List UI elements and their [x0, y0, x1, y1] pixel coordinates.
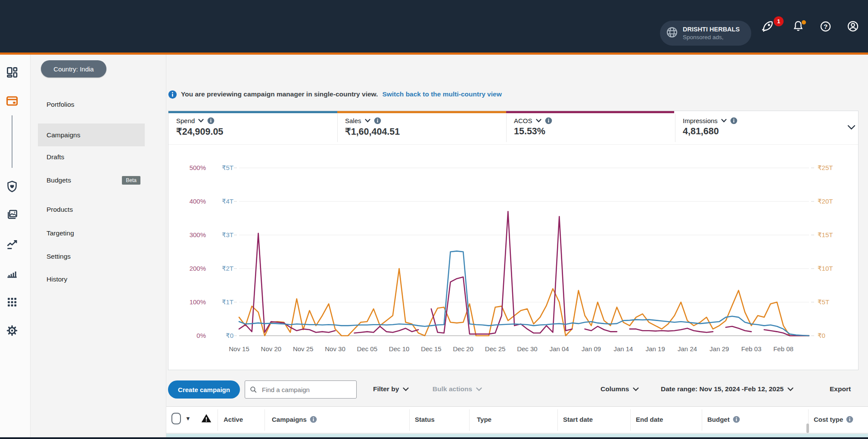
chevron-down-icon [476, 387, 482, 391]
col-budget[interactable]: Budget [707, 416, 740, 423]
columns-dropdown[interactable]: Columns [600, 385, 639, 393]
create-campaign-button[interactable]: Create campaign [168, 380, 240, 399]
svg-text:Jan 09: Jan 09 [582, 345, 601, 352]
svg-text:₹2T: ₹2T [222, 265, 233, 272]
table-scrollbar[interactable] [806, 424, 809, 433]
filter-by-dropdown[interactable]: Filter by [373, 385, 409, 393]
select-all-checkbox[interactable] [171, 413, 181, 424]
help-button[interactable]: ? [819, 20, 832, 34]
chevron-down-icon[interactable] [721, 119, 727, 123]
header-accent-bar [0, 53, 868, 55]
date-range-dropdown[interactable]: Date range: Nov 15, 2024 -Feb 12, 2025 [661, 385, 793, 393]
svg-text:500%: 500% [190, 164, 206, 171]
rail-divider [12, 115, 12, 168]
info-icon[interactable] [374, 117, 381, 124]
export-button[interactable]: Export [830, 385, 851, 393]
info-icon[interactable] [310, 416, 317, 423]
info-icon[interactable] [846, 416, 853, 423]
profile-button[interactable] [846, 20, 859, 34]
sidebar-item-budgets[interactable]: BudgetsBeta [38, 171, 145, 189]
svg-text:Dec 30: Dec 30 [517, 345, 538, 352]
performance-chart: 500%₹5T₹25T400%₹4T₹20T300%₹3T₹15T200%₹2T… [168, 158, 859, 364]
question-icon: ? [819, 20, 832, 33]
chevron-down-icon[interactable] [198, 119, 204, 123]
reports-icon[interactable] [6, 266, 19, 281]
icon-rail [0, 55, 31, 439]
svg-text:₹0: ₹0 [226, 332, 233, 339]
svg-text:Dec 05: Dec 05 [357, 345, 378, 352]
svg-text:₹3T: ₹3T [222, 231, 233, 238]
settings-gear-icon[interactable] [6, 324, 19, 339]
globe-icon [666, 26, 678, 40]
whats-new-button[interactable] [761, 19, 775, 35]
notification-badge: 1 [774, 16, 784, 26]
svg-text:Jan 14: Jan 14 [613, 345, 633, 352]
info-icon[interactable] [545, 117, 552, 124]
info-icon[interactable] [730, 117, 737, 124]
svg-text:₹20T: ₹20T [818, 198, 833, 205]
person-icon [846, 20, 859, 33]
bulk-actions-dropdown[interactable]: Bulk actions [432, 385, 482, 393]
svg-text:₹5T: ₹5T [222, 164, 233, 171]
sidebar-item-targeting[interactable]: Targeting [38, 224, 145, 242]
campaigns-icon[interactable] [6, 95, 19, 109]
sidebar-item-portfolios[interactable]: Portfolios [38, 96, 145, 114]
col-start-date[interactable]: Start date [563, 416, 593, 423]
sales-value: ₹1,60,404.51 [345, 126, 506, 137]
sidebar-item-campaigns[interactable]: Campaigns [38, 124, 145, 146]
svg-text:0%: 0% [196, 332, 206, 339]
svg-text:?: ? [824, 23, 828, 30]
creatives-icon[interactable] [6, 208, 19, 223]
dashboard-icon[interactable] [6, 66, 19, 80]
campaign-search[interactable] [245, 380, 357, 399]
campaign-manager-page: DRISHTI HERBALS Sponsored ads, 1 ? [0, 0, 868, 439]
alert-dot [802, 20, 806, 25]
warning-icon [201, 413, 212, 426]
svg-text:200%: 200% [190, 265, 206, 272]
svg-text:₹1T: ₹1T [222, 298, 233, 306]
col-end-date[interactable]: End date [636, 416, 663, 423]
chevron-down-icon[interactable] [536, 119, 541, 123]
metric-card-acos[interactable]: ACOS 15.53% [506, 111, 675, 144]
acos-value: 15.53% [514, 126, 675, 137]
col-cost-type[interactable]: Cost type [814, 416, 853, 423]
chevron-down-icon[interactable] [365, 119, 370, 123]
col-campaigns[interactable]: Campaigns [272, 416, 317, 423]
bottom-edge [0, 437, 868, 439]
svg-text:Jan 19: Jan 19 [646, 345, 665, 352]
metric-card-sales[interactable]: Sales ₹1,60,404.51 [337, 111, 506, 144]
sidebar-item-products[interactable]: Products [38, 201, 145, 219]
sidebar-item-drafts[interactable]: Drafts [38, 148, 145, 166]
svg-text:Feb 08: Feb 08 [773, 345, 793, 352]
account-subtitle: Sponsored ads, [683, 34, 740, 41]
svg-text:Nov 20: Nov 20 [261, 345, 282, 352]
apps-grid-icon[interactable] [6, 296, 19, 310]
rocket-icon [761, 19, 775, 33]
insights-icon[interactable] [6, 238, 19, 253]
col-active[interactable]: Active [224, 416, 243, 423]
svg-text:400%: 400% [190, 198, 206, 205]
svg-text:Dec 25: Dec 25 [485, 345, 506, 352]
sidebar-item-history[interactable]: History [38, 270, 145, 288]
beta-badge: Beta [122, 176, 140, 185]
multi-country-link[interactable]: Switch back to the multi-country view [382, 90, 501, 98]
sidebar-item-settings[interactable]: Settings [38, 247, 145, 266]
col-status[interactable]: Status [415, 416, 435, 423]
search-input[interactable] [261, 386, 349, 394]
info-icon[interactable] [207, 117, 215, 124]
metric-card-spend[interactable]: Spend ₹24,909.05 [168, 111, 337, 144]
info-icon[interactable] [733, 416, 740, 423]
account-name: DRISHTI HERBALS [683, 25, 740, 34]
account-switcher[interactable]: DRISHTI HERBALS Sponsored ads, [660, 21, 751, 46]
svg-text:Jan 24: Jan 24 [678, 345, 697, 352]
search-icon [249, 386, 258, 394]
country-selector[interactable]: Country: India [41, 60, 106, 77]
brand-protection-icon[interactable] [6, 180, 19, 195]
select-menu-caret[interactable]: ▼ [185, 415, 191, 422]
chevron-down-icon [633, 387, 639, 391]
svg-text:₹15T: ₹15T [818, 231, 833, 238]
metric-card-impressions[interactable]: Impressions 4,81,680 [675, 111, 844, 144]
table-row-edge [166, 434, 868, 437]
col-type[interactable]: Type [477, 416, 492, 423]
collapse-chart-chevron-icon[interactable] [847, 124, 856, 132]
